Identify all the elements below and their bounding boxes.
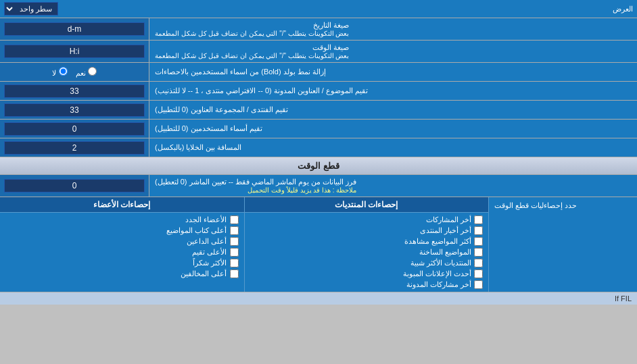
space-between-row: المسافة بين الخلايا (بالبكسل) — [0, 138, 637, 157]
stat-checkbox-9[interactable] — [230, 226, 239, 235]
sort-users-input-cell — [0, 120, 149, 138]
list-item: الأعضاء الجدد — [5, 215, 239, 224]
stat-checkbox-13[interactable] — [230, 269, 239, 278]
stats-col1-content: أخر المشاركات أخر أخبار المنتدى أكثر الم… — [244, 213, 489, 292]
main-container: العرض سطر واحد سطرين ثلاثة أسطر صيغة الت… — [0, 0, 637, 305]
list-item: أعلى الداعين — [5, 237, 239, 246]
sort-forum-input-cell — [0, 101, 149, 119]
stats-cols-content: أخر المشاركات أخر أخبار المنتدى أكثر الم… — [0, 213, 488, 292]
stat-checkbox-6[interactable] — [474, 269, 483, 278]
stat-checkbox-11[interactable] — [230, 248, 239, 257]
stats-col1-header: إحصاءات المنتديات — [244, 197, 489, 212]
cut-time-header: قطع الوقت — [0, 157, 637, 175]
stat-checkbox-5[interactable] — [474, 259, 483, 267]
list-item: المواضيع الساخنة — [250, 248, 483, 257]
sort-forum-row: تقيم الفنتدى / المجموعة العناوين (0 للتط… — [0, 101, 637, 120]
stats-section: حدد إحصاءليات قطع الوقت إحصاءات المنتديا… — [0, 197, 637, 292]
stats-section-label: حدد إحصاءليات قطع الوقت — [488, 197, 637, 292]
time-format-row: صيغة الوقت بعض التكوينات يتطلب "/" التي … — [0, 41, 637, 63]
list-item: أعلى المخالفين — [5, 269, 239, 278]
stats-col2-content: الأعضاء الجدد أعلى كتاب المواضيع أعلى ال… — [0, 213, 244, 292]
sort-posts-label: تقيم الموضوع / العناوين المدونة (0 -- ال… — [149, 82, 637, 100]
sort-users-input[interactable] — [4, 122, 145, 136]
list-item: أعلى كتاب المواضيع — [5, 226, 239, 235]
stats-main: إحصاءات المنتديات إحصاءات الأعضاء أخر ال… — [0, 197, 488, 292]
date-format-row: صيغة التاريخ بعض التكوينات يتطلب "/" الت… — [0, 18, 637, 41]
stat-checkbox-4[interactable] — [474, 248, 483, 257]
bold-style-radio-yes[interactable] — [88, 67, 97, 76]
bold-style-radio-yes-label[interactable]: نعم — [76, 67, 97, 78]
stats-col2-header: إحصاءات الأعضاء — [0, 197, 244, 212]
stat-checkbox-12[interactable] — [230, 259, 239, 267]
sort-forum-input[interactable] — [4, 103, 145, 117]
stat-checkbox-3[interactable] — [474, 237, 483, 246]
date-format-label: صيغة التاريخ بعض التكوينات يتطلب "/" الت… — [149, 18, 637, 40]
bold-style-radios: نعم لا — [52, 67, 96, 78]
top-row-label: العرض — [58, 5, 633, 14]
list-item: الأكثر شكراً — [5, 259, 239, 267]
cut-time-input-cell — [0, 175, 149, 197]
display-select[interactable]: سطر واحد سطرين ثلاثة أسطر — [4, 2, 58, 16]
list-item: أخر المشاركات — [250, 215, 483, 224]
stat-checkbox-1[interactable] — [474, 215, 483, 224]
stat-checkbox-10[interactable] — [230, 237, 239, 246]
space-between-label: المسافة بين الخلايا (بالبكسل) — [149, 138, 637, 157]
date-format-input-cell — [0, 18, 149, 40]
stat-checkbox-7[interactable] — [474, 280, 483, 289]
stats-cols-header: إحصاءات المنتديات إحصاءات الأعضاء — [0, 197, 488, 213]
list-item: أخر أخبار المنتدى — [250, 226, 483, 235]
sort-posts-row: تقيم الموضوع / العناوين المدونة (0 -- ال… — [0, 82, 637, 101]
list-item: أخر مشاركات المدونة — [250, 280, 483, 289]
bold-style-row: إزالة نمط بولد (Bold) من اسماء المستخدمي… — [0, 63, 637, 82]
list-item: أحدث الإعلانات المبوبة — [250, 269, 483, 278]
top-row: العرض سطر واحد سطرين ثلاثة أسطر — [0, 0, 637, 18]
bold-style-radio-no[interactable] — [59, 67, 68, 76]
sort-users-label: تقيم أسماء المستخدمين (0 للتطبيل) — [149, 120, 637, 138]
space-between-input[interactable] — [4, 141, 145, 155]
cut-time-row: فرز البيانات من يوم الماشر الماضي فقط --… — [0, 175, 637, 197]
sort-posts-input[interactable] — [4, 84, 145, 98]
bold-style-input-cell: نعم لا — [0, 63, 149, 81]
sort-posts-input-cell — [0, 82, 149, 100]
sort-forum-label: تقيم الفنتدى / المجموعة العناوين (0 للتط… — [149, 101, 637, 119]
time-format-input[interactable] — [4, 45, 145, 58]
date-format-input[interactable] — [4, 22, 145, 36]
bold-style-label: إزالة نمط بولد (Bold) من اسماء المستخدمي… — [149, 63, 637, 81]
list-item: الأعلى تقيم — [5, 248, 239, 257]
cut-time-label: فرز البيانات من يوم الماشر الماضي فقط --… — [149, 175, 637, 197]
time-format-input-cell — [0, 41, 149, 62]
list-item: أكثر المواضيع مشاهدة — [250, 237, 483, 246]
space-between-input-cell — [0, 138, 149, 157]
time-format-label: صيغة الوقت بعض التكوينات يتطلب "/" التي … — [149, 41, 637, 62]
if-fil-note: If FIL — [0, 292, 637, 305]
list-item: المنتديات الأكثر شبية — [250, 259, 483, 267]
bold-style-radio-no-label[interactable]: لا — [52, 67, 67, 78]
stat-checkbox-8[interactable] — [230, 215, 239, 224]
sort-users-row: تقيم أسماء المستخدمين (0 للتطبيل) — [0, 120, 637, 138]
stat-checkbox-2[interactable] — [474, 226, 483, 235]
cut-time-input[interactable] — [4, 179, 145, 192]
